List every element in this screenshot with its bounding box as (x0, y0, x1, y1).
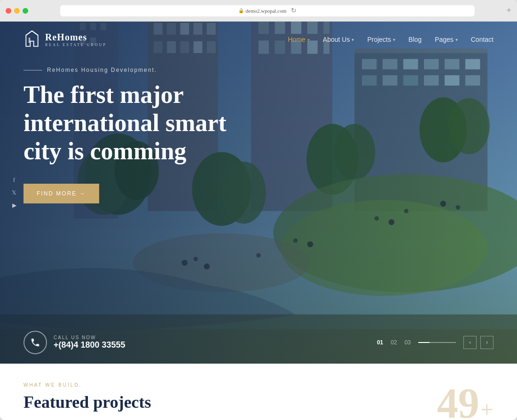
lock-icon: 🔒 (238, 8, 244, 13)
youtube-icon[interactable]: ▶ (9, 202, 19, 209)
url-text: demo2.wpopal.com (246, 8, 287, 14)
chevron-down-icon: ▾ (307, 37, 310, 42)
phone-icon (30, 337, 40, 348)
hero-content: ReHomes Housing Development. The first m… (0, 57, 517, 203)
traffic-lights (6, 8, 28, 14)
svg-line-86 (26, 31, 32, 35)
address-bar[interactable]: 🔒 demo2.wpopal.com ↻ (60, 5, 475, 16)
logo[interactable]: ReHomes REAL ESTATE GROUP (24, 30, 107, 49)
slide-navigation: ‹ › (463, 336, 494, 349)
chevron-down-icon: ▾ (393, 37, 395, 42)
next-slide-button[interactable]: › (480, 336, 494, 349)
hero-bottom-bar: CALL US NOW +(84)4 1800 33555 01 02 03 ‹… (0, 321, 517, 364)
minimize-button[interactable] (14, 8, 20, 14)
chevron-down-icon: ▾ (352, 37, 354, 42)
slide-2[interactable]: 02 (391, 339, 397, 346)
website-content: ReHomes REAL ESTATE GROUP Home ▾ About U… (0, 22, 517, 420)
logo-text: ReHomes REAL ESTATE GROUP (45, 32, 107, 47)
nav-blog[interactable]: Blog (408, 36, 422, 43)
navbar: ReHomes REAL ESTATE GROUP Home ▾ About U… (0, 22, 517, 57)
counter-plus: + (480, 396, 494, 420)
counter-box: 49 + (437, 382, 494, 420)
maximize-button[interactable] (23, 8, 28, 14)
nav-projects[interactable]: Projects ▾ (367, 36, 395, 43)
hero-label: ReHomes Housing Development. (24, 67, 494, 73)
slide-progress-line (418, 342, 456, 343)
bottom-section: WHAT WE BUILD. Featured projects 49 + (0, 364, 517, 420)
call-box: CALL US NOW +(84)4 1800 33555 (24, 331, 125, 354)
slide-1[interactable]: 01 (377, 339, 383, 346)
prev-slide-button[interactable]: ‹ (463, 336, 477, 349)
new-tab-button[interactable]: + (507, 6, 511, 16)
featured-title: Featured projects (24, 392, 151, 412)
call-label: CALL US NOW (54, 335, 125, 340)
nav-pages[interactable]: Pages ▾ (435, 36, 458, 43)
facebook-icon[interactable]: f (9, 177, 19, 184)
hero-title: The first major international smart city… (24, 81, 249, 165)
nav-links: Home ▾ About Us ▾ Projects ▾ Blog (288, 36, 494, 43)
hero-section: ReHomes REAL ESTATE GROUP Home ▾ About U… (0, 22, 517, 364)
nav-about[interactable]: About Us ▾ (323, 36, 354, 43)
section-label: WHAT WE BUILD. (24, 382, 151, 388)
refresh-icon[interactable]: ↻ (291, 7, 297, 15)
browser-chrome: 🔒 demo2.wpopal.com ↻ + (0, 0, 517, 22)
section-left: WHAT WE BUILD. Featured projects (24, 382, 151, 412)
call-number: +(84)4 1800 33555 (54, 340, 125, 350)
slide-3[interactable]: 03 (405, 339, 411, 346)
phone-icon-circle[interactable] (24, 331, 47, 354)
browser-window: 🔒 demo2.wpopal.com ↻ + (0, 0, 517, 420)
slide-indicators: 01 02 03 ‹ › (377, 336, 494, 349)
find-more-button[interactable]: FIND MORE → (24, 184, 99, 203)
twitter-icon[interactable]: 𝕏 (9, 189, 19, 196)
svg-line-87 (32, 31, 38, 35)
close-button[interactable] (6, 8, 11, 14)
chevron-down-icon: ▾ (455, 37, 458, 42)
nav-home[interactable]: Home ▾ (288, 36, 309, 43)
counter-number: 49 (437, 382, 479, 420)
logo-icon (24, 30, 40, 49)
call-text: CALL US NOW +(84)4 1800 33555 (54, 335, 125, 350)
social-sidebar: f 𝕏 ▶ (9, 177, 19, 209)
nav-contact[interactable]: Contact (471, 36, 494, 43)
